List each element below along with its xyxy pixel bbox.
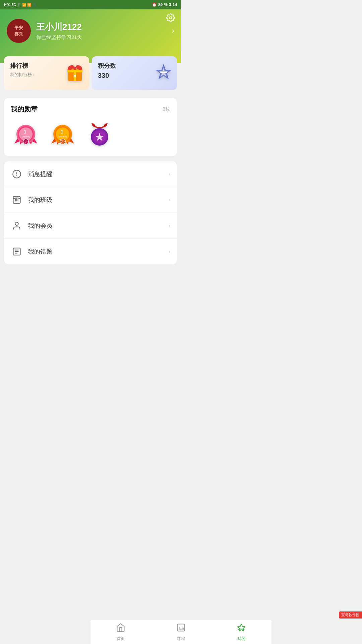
svg-text:Monthly: Monthly [59, 136, 67, 138]
member-label: 我的会员 [28, 222, 169, 230]
status-left: HD1 5G ||| 📶 🛜 🎵 [4, 3, 36, 7]
user-name: 王小川2122 [36, 21, 167, 33]
mistakes-label: 我的错题 [28, 248, 169, 256]
profile-arrow[interactable]: › [172, 26, 174, 35]
badges-header: 我的勋章 8枚 [11, 105, 170, 114]
badge-1[interactable]: 1 Monthly ✓ [11, 119, 41, 149]
menu-item-member[interactable]: 我的会员 › [4, 213, 177, 239]
avatar[interactable]: 平安喜乐 [7, 19, 31, 43]
points-card[interactable]: 积分数 330 [92, 56, 177, 90]
class-icon [11, 194, 23, 206]
svg-rect-12 [160, 72, 167, 73]
menu-item-class[interactable]: 我的班级 › [4, 187, 177, 213]
menu-section: 消息提醒 › 我的班级 › 我的会员 › [4, 161, 177, 264]
badges-count: 8枚 [163, 106, 170, 112]
alarm-icon: ⏰ [152, 2, 157, 7]
network-label: HD1 5G [4, 3, 16, 7]
notification-label: 消息提醒 [28, 170, 169, 178]
badges-section: 我的勋章 8枚 1 Monthly ✓ [4, 98, 177, 156]
status-bar: HD1 5G ||| 📶 🛜 🎵 ⏰ 89% 3:14 [0, 0, 181, 9]
svg-text:✕: ✕ [73, 73, 77, 79]
ranking-subtitle-arrow: › [33, 72, 35, 77]
class-label: 我的班级 [28, 196, 169, 204]
mistakes-icon [11, 246, 23, 258]
svg-rect-4 [67, 70, 82, 72]
menu-item-notification[interactable]: 消息提醒 › [4, 161, 177, 187]
time-label: 3:14 [169, 2, 177, 7]
menu-item-mistakes[interactable]: 我的错题 › [4, 239, 177, 264]
settings-button[interactable] [166, 13, 175, 24]
status-right: ⏰ 89% 3:14 [152, 2, 177, 7]
svg-text:1: 1 [24, 129, 26, 135]
hero-section: 平安喜乐 王小川2122 你已经坚持学习21天 › [0, 9, 181, 63]
svg-point-0 [170, 17, 172, 19]
hero-info: 王小川2122 你已经坚持学习21天 [36, 21, 167, 41]
svg-text:Monthly: Monthly [22, 136, 30, 138]
svg-point-37 [15, 222, 18, 225]
member-icon [11, 220, 23, 232]
battery-label: 89 [158, 2, 163, 7]
notification-icon [11, 168, 23, 180]
cards-row: 排行榜 我的排行榜 › ✕ 积分数 [4, 56, 177, 90]
notification-arrow: › [169, 171, 170, 177]
mistakes-arrow: › [169, 249, 170, 255]
svg-point-7 [73, 67, 76, 70]
badges-title: 我的勋章 [11, 105, 38, 114]
class-arrow: › [169, 197, 170, 203]
user-subtitle: 你已经坚持学习21天 [36, 34, 167, 41]
hero-profile: 平安喜乐 王小川2122 你已经坚持学习21天 › [7, 19, 174, 43]
badges-row: 1 Monthly ✓ 1 Monthly [11, 119, 170, 149]
svg-text:✓: ✓ [24, 140, 27, 144]
member-arrow: › [169, 223, 170, 229]
svg-text:1: 1 [61, 129, 63, 135]
ranking-card[interactable]: 排行榜 我的排行榜 › ✕ [4, 56, 89, 90]
badge-2[interactable]: 1 Monthly [48, 119, 78, 149]
badge-3[interactable] [84, 119, 115, 149]
